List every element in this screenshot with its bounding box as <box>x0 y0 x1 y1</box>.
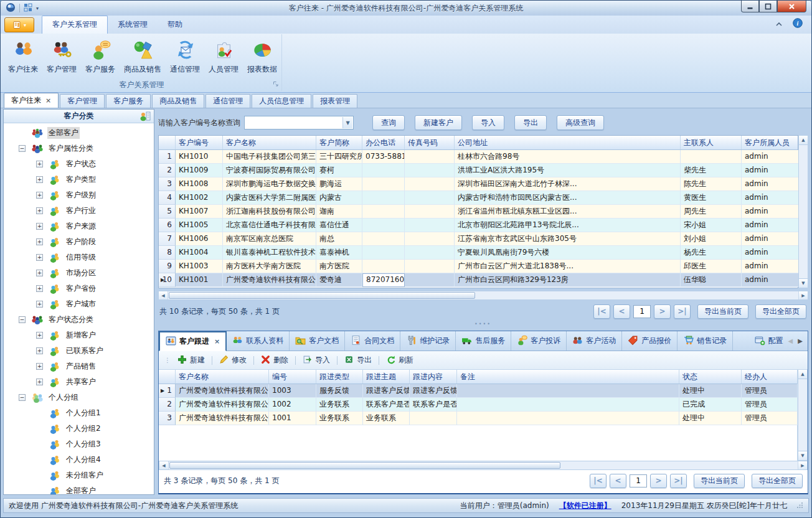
scroll-up-icon[interactable]: ▲ <box>798 370 807 379</box>
column-header-1[interactable]: 客户编号 <box>176 136 223 149</box>
tree-node-4[interactable]: +客户类型 <box>4 172 154 187</box>
layout-grid-icon[interactable] <box>24 3 32 14</box>
tree-node-2[interactable]: −客户属性分类 <box>4 141 154 156</box>
top-last-page-button[interactable]: >| <box>674 304 691 319</box>
table-row[interactable]: 9KH1003南方医科大学南方医院南方医院广州市白云区广州大道北1838号...… <box>159 260 798 273</box>
followup-grid-hscrollbar[interactable]: ◀ ▶ <box>159 461 808 470</box>
ribbon-tab-2[interactable]: 系统管理 <box>108 16 158 34</box>
customer-grid-vscrollbar[interactable]: ▲ ▼ <box>798 135 808 288</box>
table-row[interactable]: 5KH1007浙江迦南科技股份有限公司迦南浙江省温州市瓯北镇东瓯工业区园...周… <box>159 205 798 219</box>
hscroll-thumb[interactable] <box>169 462 560 469</box>
bottom-export-current-page-button[interactable]: 导出当前页 <box>694 474 745 488</box>
tree-node-5[interactable]: +客户级别 <box>4 187 154 203</box>
column-header-5[interactable]: 跟进内容 <box>410 370 457 384</box>
scroll-up-icon[interactable]: ▲ <box>799 136 808 145</box>
app-logo-icon[interactable] <box>6 2 16 14</box>
app-menu-button[interactable]: ▾ <box>4 17 34 32</box>
bottom-next-page-button[interactable]: > <box>650 474 667 488</box>
followup-grid-vscrollbar[interactable]: ▲ ▼ <box>798 370 808 461</box>
refresh-button[interactable]: 刷新 <box>382 353 417 368</box>
expand-icon[interactable]: + <box>36 223 43 230</box>
bottom-prev-page-button[interactable]: < <box>610 474 626 488</box>
bottom-page-input[interactable] <box>630 474 647 487</box>
top-next-page-button[interactable]: > <box>654 304 671 319</box>
tab-scroll-left-icon[interactable]: ◀ <box>788 337 793 344</box>
table-row[interactable]: 8KH1004银川嘉泰神机工程软件技术有限公司嘉泰神机宁夏银川凤凰南街79号六楼… <box>159 246 798 260</box>
delete-button[interactable]: 删除 <box>257 353 292 368</box>
table-row[interactable]: 7KH1006南京军区南京总医院南总江苏省南京市玄武区中山东路305号刘小姐ad… <box>159 232 798 246</box>
expand-icon[interactable]: + <box>36 301 43 308</box>
document-tab-1[interactable]: 客户往来× <box>4 93 59 108</box>
column-header-1[interactable]: 客户名称 <box>176 370 269 384</box>
expand-icon[interactable]: + <box>36 285 43 292</box>
column-header-8[interactable]: 客户所属人员 <box>742 136 799 149</box>
close-button[interactable] <box>777 1 806 12</box>
new-customer-button[interactable]: 新建客户 <box>415 115 462 130</box>
tree-node-9[interactable]: +信用等级 <box>4 250 154 265</box>
advanced-query-button[interactable]: 高级查询 <box>557 115 604 130</box>
document-tab-7[interactable]: 报表管理 <box>313 94 357 108</box>
ribbon-button-7[interactable]: 报表数据 <box>243 37 281 77</box>
top-first-page-button[interactable]: |< <box>593 304 610 319</box>
ribbon-button-6[interactable]: 人员管理 <box>205 37 242 77</box>
tree-node-12[interactable]: +客户城市 <box>4 296 154 312</box>
top-prev-page-button[interactable]: < <box>613 304 630 319</box>
tree-node-1[interactable]: 全部客户 <box>4 125 154 141</box>
tree-node-8[interactable]: +客户阶段 <box>4 234 154 250</box>
document-tab-6[interactable]: 人员信息管理 <box>252 94 311 108</box>
detail-tab-10[interactable]: 销售记录 <box>677 331 733 351</box>
top-export-current-page-button[interactable]: 导出当前页 <box>697 304 748 319</box>
document-tab-3[interactable]: 客户服务 <box>106 94 151 108</box>
table-row[interactable]: 3KH1008深圳市鹏海运电子数据交换有限公司鹏海运深圳市福田区深南大道北竹子林… <box>159 177 798 191</box>
column-header-7[interactable]: 主联系人 <box>681 136 742 149</box>
hscroll-thumb[interactable] <box>169 292 475 299</box>
collapse-icon[interactable]: − <box>19 145 26 152</box>
category-manage-icon[interactable] <box>139 111 151 122</box>
qat-dropdown-icon[interactable]: ▾ <box>36 6 39 11</box>
detail-tab-2[interactable]: 联系人资料 <box>227 331 290 351</box>
help-icon[interactable]: i <box>793 18 803 30</box>
bottom-export-all-pages-button[interactable]: 导出全部页 <box>752 474 803 488</box>
expand-icon[interactable]: + <box>36 238 43 245</box>
column-header-4[interactable]: 跟进主题 <box>363 370 410 384</box>
close-tab-icon[interactable]: × <box>45 97 51 104</box>
export-button[interactable]: 导出 <box>514 115 547 130</box>
expand-icon[interactable]: + <box>36 363 43 370</box>
expand-icon[interactable]: + <box>36 207 43 214</box>
table-row[interactable]: 10▶KH1001广州爱奇迪软件科技有限公司爱奇迪87207160广州市白云区同… <box>159 273 798 287</box>
column-header-2[interactable]: 客户名称 <box>223 136 316 149</box>
detail-tab-8[interactable]: 客户活动 <box>567 331 622 351</box>
scroll-left-icon[interactable]: ◀ <box>159 291 168 299</box>
collapse-icon[interactable]: − <box>19 316 26 323</box>
expand-icon[interactable]: + <box>36 254 43 261</box>
close-tab-icon[interactable]: × <box>214 337 220 346</box>
add-button[interactable]: 新建 <box>174 353 209 368</box>
detail-tab-5[interactable]: 维护记录 <box>400 331 456 351</box>
maximize-button[interactable] <box>759 1 777 12</box>
toolbar-grip-icon[interactable]: ⋮ <box>164 357 171 364</box>
tree-node-19[interactable]: 个人分组1 <box>4 405 154 421</box>
tree-node-20[interactable]: 个人分组2 <box>4 421 154 436</box>
column-header-4[interactable]: 办公电话 <box>362 136 405 149</box>
expand-icon[interactable]: + <box>36 161 43 167</box>
ribbon-tab-3[interactable]: 帮助 <box>158 16 192 34</box>
column-header-5[interactable]: 传真号码 <box>405 136 455 149</box>
bottom-first-page-button[interactable]: |< <box>590 474 607 488</box>
scroll-down-icon[interactable]: ▼ <box>799 278 808 288</box>
table-row[interactable]: 2KH1009宁波赛柯国际贸易有限公司赛柯洪塘工业A区洪大路195号柴先生adm… <box>159 164 798 177</box>
scroll-right-icon[interactable]: ▶ <box>798 291 808 299</box>
table-row[interactable]: 4KH1002内蒙古医科大学第二附属医院内蒙古内蒙古呼和浩特市回民区内蒙古医..… <box>159 191 798 205</box>
column-header-6[interactable]: 备注 <box>457 370 679 384</box>
query-button[interactable]: 查询 <box>372 115 405 130</box>
table-row[interactable]: 1KH1010中国电子科技集团公司第三十四研...三十四研究所0733-5881… <box>159 150 798 164</box>
expand-icon[interactable]: + <box>36 379 43 385</box>
tree-node-23[interactable]: 未分组客户 <box>4 468 154 483</box>
expand-icon[interactable]: + <box>36 192 43 199</box>
document-tab-2[interactable]: 客户管理 <box>60 94 105 108</box>
tree-node-7[interactable]: +客户来源 <box>4 219 154 234</box>
column-header-2[interactable]: 编号 <box>269 370 316 384</box>
top-page-input[interactable] <box>633 305 651 318</box>
document-tab-5[interactable]: 通信管理 <box>205 94 250 108</box>
column-header-3[interactable]: 跟进类型 <box>316 370 363 384</box>
detail-tab-6[interactable]: 售后服务 <box>456 331 511 351</box>
